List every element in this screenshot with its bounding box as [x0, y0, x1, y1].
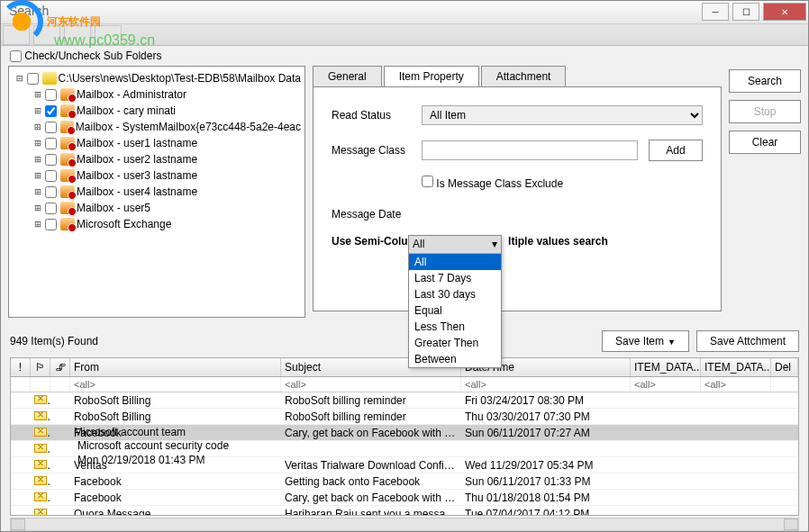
- mailbox-icon: [60, 104, 75, 117]
- message-class-input[interactable]: [422, 140, 638, 160]
- dropdown-option[interactable]: Last 30 days: [409, 286, 501, 302]
- scroll-right-button[interactable]: [784, 518, 798, 530]
- expand-icon[interactable]: ⊞: [32, 121, 43, 133]
- expand-icon[interactable]: ⊞: [32, 137, 43, 149]
- toolbar-button[interactable]: [3, 25, 30, 45]
- expand-icon[interactable]: ⊞: [32, 153, 43, 166]
- tree-root-checkbox[interactable]: [27, 73, 39, 85]
- filter-d1[interactable]: <all>: [631, 377, 701, 392]
- grid-header: ! 🏳 🖇 From Subject Date/Time ITEM_DATA..…: [11, 358, 798, 377]
- tab-item-property[interactable]: Item Property: [384, 66, 479, 87]
- expand-icon[interactable]: ⊞: [32, 88, 43, 101]
- filter-datetime[interactable]: <all>: [461, 377, 631, 392]
- mail-icon: [31, 458, 50, 473]
- col-itemdata1[interactable]: ITEM_DATA...: [631, 358, 701, 376]
- col-attachment[interactable]: 🖇: [50, 358, 70, 376]
- tree-item-label: Mailbox - user3 lastname: [77, 169, 197, 182]
- expand-icon[interactable]: ⊞: [32, 202, 43, 214]
- close-button[interactable]: ✕: [763, 3, 806, 21]
- mailbox-icon: [60, 88, 75, 101]
- table-row[interactable]: Microsoft account teamMicrosoft account …: [11, 441, 798, 457]
- tab-attachment[interactable]: Attachment: [481, 66, 567, 87]
- tree-mailbox-item[interactable]: ⊞Mailbox - user4 lastname: [13, 184, 301, 200]
- dropdown-option[interactable]: All: [409, 254, 501, 270]
- tree-mailbox-item[interactable]: ⊞Mailbox - user2 lastname: [13, 151, 301, 167]
- results-grid: ! 🏳 🖇 From Subject Date/Time ITEM_DATA..…: [10, 357, 799, 516]
- filter-d2[interactable]: <all>: [701, 377, 771, 392]
- toolbar-button[interactable]: [64, 25, 91, 45]
- mail-icon: [31, 474, 50, 489]
- scroll-left-button[interactable]: [11, 518, 25, 530]
- tree-mailbox-item[interactable]: ⊞Microsoft Exchange: [13, 216, 301, 232]
- table-row[interactable]: FacebookGetting back onto FacebookSun 06…: [11, 473, 798, 490]
- grid-body[interactable]: RoboSoft BillingRoboSoft billing reminde…: [11, 392, 798, 515]
- tree-item-checkbox[interactable]: [45, 219, 57, 230]
- table-row[interactable]: RoboSoft BillingRoboSoft billing reminde…: [11, 392, 798, 409]
- left-column: ⊟ C:\Users\news\Desktop\Test-EDB\58\Mail…: [8, 66, 305, 318]
- col-delete[interactable]: Del: [771, 358, 798, 376]
- tree-mailbox-item[interactable]: ⊞Mailbox - Administrator: [13, 86, 301, 103]
- col-flag[interactable]: 🏳: [31, 358, 50, 376]
- collapse-icon[interactable]: ⊟: [14, 72, 25, 85]
- mailbox-icon: [60, 169, 75, 182]
- add-button[interactable]: Add: [649, 140, 703, 161]
- expand-icon[interactable]: ⊞: [32, 104, 43, 117]
- table-row[interactable]: Quora MessageHariharan Raju sent you a m…: [11, 506, 798, 515]
- table-row[interactable]: FacebookCary, get back on Facebook with …: [11, 490, 798, 506]
- minimize-button[interactable]: ─: [702, 3, 729, 21]
- tree-mailbox-item[interactable]: ⊞Mailbox - SystemMailbox{e73cc448-5a2e-4…: [13, 119, 301, 135]
- tree-item-checkbox[interactable]: [45, 122, 57, 133]
- tree-item-checkbox[interactable]: [45, 186, 57, 198]
- read-status-select[interactable]: All Item: [422, 105, 703, 125]
- tree-item-checkbox[interactable]: [45, 138, 57, 149]
- clear-button[interactable]: Clear: [729, 131, 801, 154]
- criteria-tabs: General Item Property Attachment: [313, 66, 722, 87]
- dropdown-option[interactable]: Equal: [409, 302, 501, 319]
- tab-general[interactable]: General: [313, 66, 382, 87]
- tree-mailbox-item[interactable]: ⊞Mailbox - user5: [13, 200, 301, 216]
- toolbar-button[interactable]: [95, 25, 122, 45]
- save-attachment-button[interactable]: Save Attchment: [696, 330, 799, 352]
- chevron-down-icon: ▼: [668, 338, 676, 347]
- expand-icon[interactable]: ⊞: [32, 218, 43, 230]
- dropdown-option[interactable]: Greater Then: [409, 335, 501, 351]
- dropdown-selected[interactable]: All ▾: [409, 236, 501, 254]
- tree-mailbox-item[interactable]: ⊞Mailbox - cary minati: [13, 103, 301, 119]
- col-from[interactable]: From: [70, 358, 281, 376]
- expand-icon[interactable]: ⊞: [32, 169, 43, 182]
- folder-tree[interactable]: ⊟ C:\Users\news\Desktop\Test-EDB\58\Mail…: [8, 66, 305, 318]
- tree-item-label: Mailbox - user2 lastname: [77, 153, 197, 166]
- exclude-checkbox[interactable]: [422, 176, 433, 187]
- tree-item-checkbox[interactable]: [45, 154, 57, 166]
- cell-from: Veritas: [70, 458, 281, 473]
- dropdown-option[interactable]: Last 7 Days: [409, 270, 501, 286]
- toolbar-button[interactable]: [33, 25, 60, 45]
- expand-icon[interactable]: ⊞: [32, 185, 43, 198]
- dropdown-option[interactable]: Less Then: [409, 319, 501, 335]
- tree-item-checkbox[interactable]: [45, 89, 57, 101]
- tree-mailbox-item[interactable]: ⊞Mailbox - user1 lastname: [13, 135, 301, 151]
- tree-item-checkbox[interactable]: [45, 203, 57, 214]
- col-importance[interactable]: !: [11, 358, 31, 376]
- col-itemdata2[interactable]: ITEM_DATA...: [701, 358, 771, 376]
- filter-subject[interactable]: <all>: [281, 377, 461, 392]
- check-subfolders-checkbox[interactable]: [10, 50, 22, 62]
- tree-item-label: Mailbox - Administrator: [77, 88, 186, 101]
- tree-item-checkbox[interactable]: [45, 105, 57, 117]
- action-buttons: Search Stop Clear: [729, 66, 801, 318]
- table-row[interactable]: RoboSoft BillingRoboSoft billing reminde…: [11, 409, 798, 425]
- message-date-label: Message Date: [332, 208, 422, 221]
- message-date-dropdown[interactable]: All ▾ AllLast 7 DaysLast 30 daysEqualLes…: [408, 235, 502, 368]
- maximize-button[interactable]: ☐: [732, 3, 759, 21]
- tree-item-checkbox[interactable]: [45, 170, 57, 182]
- table-row[interactable]: VeritasVeritas Trialware Download Confir…: [11, 457, 798, 473]
- save-item-button[interactable]: Save Item▼: [602, 330, 689, 352]
- stop-button[interactable]: Stop: [729, 100, 801, 123]
- dropdown-option[interactable]: Between: [409, 351, 501, 367]
- tree-mailbox-item[interactable]: ⊞Mailbox - user3 lastname: [13, 167, 301, 184]
- message-class-row: Message Class Add: [332, 140, 703, 161]
- horizontal-scrollbar[interactable]: [10, 518, 799, 531]
- search-button[interactable]: Search: [729, 69, 801, 93]
- filter-from[interactable]: <all>: [70, 377, 281, 392]
- tree-root[interactable]: ⊟ C:\Users\news\Desktop\Test-EDB\58\Mail…: [13, 70, 301, 86]
